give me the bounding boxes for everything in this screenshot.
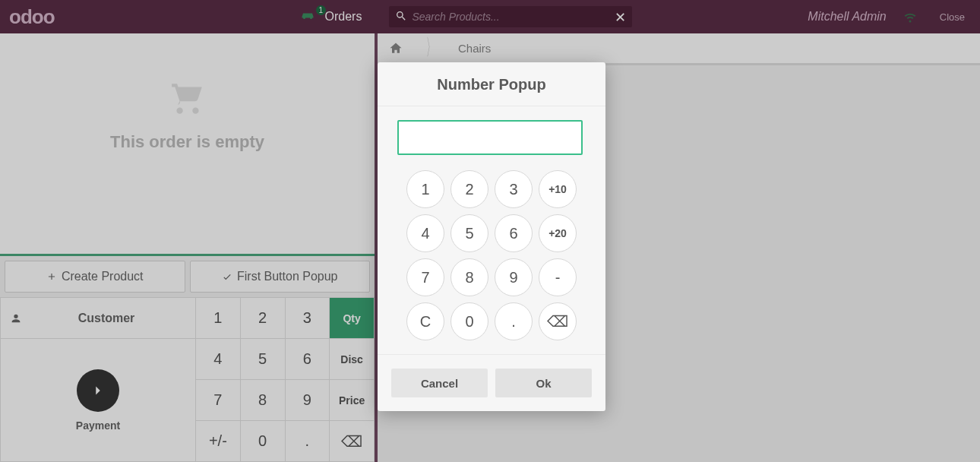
backspace-icon: ⌫ (547, 312, 568, 331)
pp-3[interactable]: 3 (495, 170, 533, 208)
pp-dot[interactable]: . (495, 302, 533, 340)
number-popup: Number Popup 1 2 3 +10 4 5 6 +20 7 8 9 -… (378, 62, 605, 411)
popup-input[interactable] (397, 120, 583, 155)
pp-0[interactable]: 0 (450, 302, 488, 340)
popup-footer: Cancel Ok (378, 354, 605, 411)
pp-5[interactable]: 5 (450, 214, 488, 252)
pp-minus[interactable]: - (539, 258, 577, 296)
popup-ok-button[interactable]: Ok (495, 369, 592, 397)
popup-keypad: 1 2 3 +10 4 5 6 +20 7 8 9 - C 0 . ⌫ (397, 155, 586, 343)
pp-1[interactable]: 1 (406, 170, 444, 208)
pp-8[interactable]: 8 (450, 258, 488, 296)
pp-plus20[interactable]: +20 (539, 214, 577, 252)
pp-9[interactable]: 9 (495, 258, 533, 296)
pp-7[interactable]: 7 (406, 258, 444, 296)
pp-plus10[interactable]: +10 (539, 170, 577, 208)
pp-2[interactable]: 2 (450, 170, 488, 208)
pp-4[interactable]: 4 (406, 214, 444, 252)
pp-backspace[interactable]: ⌫ (539, 302, 577, 340)
popup-title: Number Popup (378, 62, 605, 106)
pp-clear[interactable]: C (406, 302, 444, 340)
pp-6[interactable]: 6 (495, 214, 533, 252)
popup-cancel-button[interactable]: Cancel (391, 369, 488, 397)
